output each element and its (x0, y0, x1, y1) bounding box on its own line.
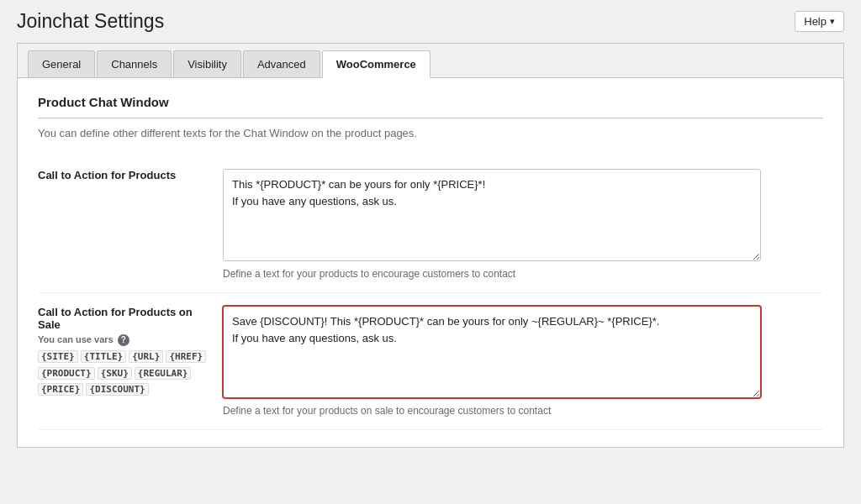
var-price: {PRICE} (38, 383, 83, 396)
var-discount: {DISCOUNT} (86, 383, 148, 396)
section-content: Product Chat Window You can define other… (18, 78, 843, 447)
cta-sale-hint: Define a text for your products on sale … (223, 405, 761, 417)
row-cta-products: Call to Action for Products Define a tex… (38, 156, 823, 293)
var-product: {PRODUCT} (38, 367, 95, 380)
cta-products-hint: Define a text for your products to encou… (223, 268, 761, 280)
var-regular: {REGULAR} (135, 367, 192, 380)
cta-products-label: Call to Action for Products (38, 169, 176, 181)
tab-visibility[interactable]: Visibility (173, 50, 241, 77)
tab-channels[interactable]: Channels (97, 50, 172, 77)
var-sku: {SKU} (98, 367, 132, 380)
cta-products-label-cell: Call to Action for Products (38, 156, 223, 293)
var-url: {URL} (129, 350, 163, 363)
cta-products-textarea[interactable] (223, 169, 761, 261)
cta-sale-field-cell: Define a text for your products on sale … (223, 293, 823, 430)
section-description: You can define other different texts for… (38, 127, 823, 139)
tab-woocommerce[interactable]: WooCommerce (322, 50, 430, 78)
form-table: Call to Action for Products Define a tex… (38, 156, 823, 430)
cta-sale-vars-note: You can use vars ? (38, 334, 214, 346)
var-href: {HREF} (166, 350, 206, 363)
var-title: {TITLE} (81, 350, 126, 363)
content-area: General Channels Visibility Advanced Woo… (17, 43, 844, 448)
page-wrapper: Joinchat Settings Help General Channels … (0, 0, 861, 504)
header-bar: Joinchat Settings Help (0, 0, 861, 33)
cta-sale-label-cell: Call to Action for Products on Sale You … (38, 293, 223, 430)
page-title: Joinchat Settings (17, 10, 164, 33)
cta-sale-textarea[interactable] (223, 306, 761, 398)
cta-sale-label: Call to Action for Products on Sale (38, 306, 193, 331)
cta-sale-vars-list: {SITE} {TITLE} {URL} {HREF} {PRODUCT} {S… (38, 349, 214, 398)
tab-general[interactable]: General (28, 50, 95, 77)
tabs-row: General Channels Visibility Advanced Woo… (18, 44, 843, 78)
section-title: Product Chat Window (38, 95, 823, 118)
var-site: {SITE} (38, 350, 78, 363)
help-button[interactable]: Help (795, 11, 844, 32)
cta-products-field-cell: Define a text for your products to encou… (223, 156, 823, 293)
help-icon[interactable]: ? (118, 334, 129, 346)
tab-advanced[interactable]: Advanced (243, 50, 320, 77)
row-cta-sale: Call to Action for Products on Sale You … (38, 293, 823, 430)
